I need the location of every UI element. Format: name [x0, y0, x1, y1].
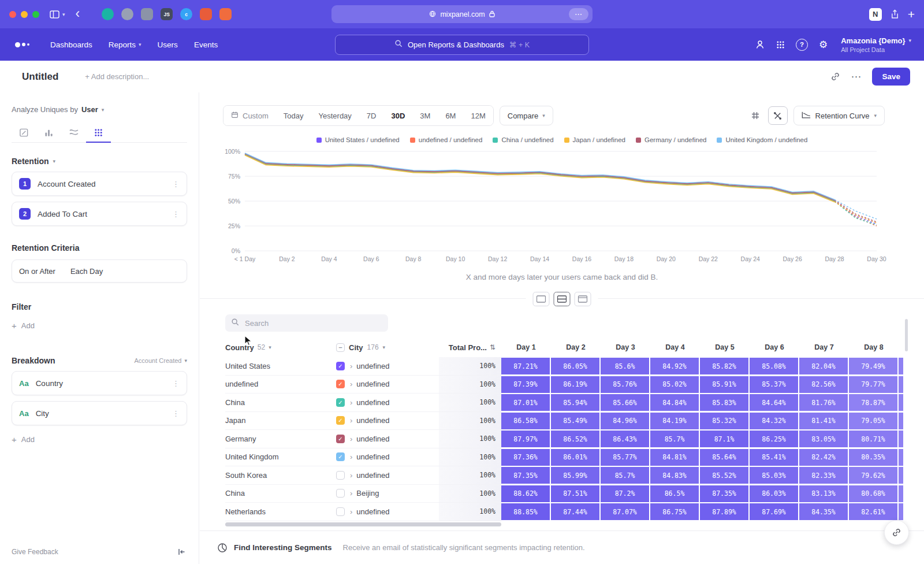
retention-value-cell[interactable]: 82.42%	[799, 449, 848, 466]
breakdown-context-selector[interactable]: Account Created ▾	[135, 357, 187, 364]
retention-value-cell[interactable]: 87.39%	[501, 376, 550, 393]
criteria-condition[interactable]: On or After	[19, 267, 55, 276]
report-title[interactable]: Untitled	[22, 71, 58, 83]
date-range-today[interactable]: Today	[276, 106, 311, 125]
cell-country[interactable]: United States	[225, 362, 336, 370]
retention-value-cell[interactable]: 80.68%	[849, 485, 897, 502]
legend-item[interactable]: Germany / undefined	[636, 136, 706, 143]
cell-country[interactable]: undefined	[225, 380, 336, 388]
column-header-day[interactable]: Day 1	[501, 343, 551, 351]
retention-step-card[interactable]: 1Account Created⋮	[12, 172, 187, 196]
close-window-button[interactable]	[9, 11, 16, 18]
table-search-input[interactable]	[244, 318, 382, 328]
retention-value-cell[interactable]: 84.64%	[750, 394, 798, 411]
retention-value-cell[interactable]: 85.52%	[700, 467, 748, 484]
share-link-fab[interactable]	[884, 520, 909, 545]
column-header-country[interactable]: Country 52 ▾	[225, 343, 336, 352]
chevron-right-icon[interactable]: ›	[350, 452, 352, 461]
retention-value-cell[interactable]: 86.05%	[551, 358, 599, 374]
view-split-button[interactable]	[554, 292, 571, 306]
add-description-link[interactable]: + Add description...	[85, 72, 149, 81]
segments-title[interactable]: Find Interesting Segments	[234, 543, 332, 552]
row-checkbox[interactable]: ✓	[336, 452, 345, 461]
retention-value-cell[interactable]: 85.77%	[601, 449, 649, 466]
retention-value-cell[interactable]: 87.97%	[501, 431, 550, 447]
retention-value-cell[interactable]: 87.01%	[501, 394, 550, 411]
retention-value-cell[interactable]: 84.96%	[601, 413, 649, 429]
minimize-window-button[interactable]	[21, 11, 28, 18]
extension-orange-icon[interactable]	[200, 8, 212, 20]
chevron-down-icon[interactable]: ▾	[62, 12, 65, 17]
retention-value-cell[interactable]: 87.51%	[551, 485, 599, 502]
retention-value-cell[interactable]: 85.03%	[750, 467, 798, 484]
add-breakdown-button[interactable]: + Add	[12, 435, 187, 444]
cell-city[interactable]: ›undefined	[336, 471, 439, 480]
retention-value-cell[interactable]: 85.66%	[601, 394, 649, 411]
retention-value-cell[interactable]: 83.05%	[799, 431, 848, 447]
row-checkbox[interactable]: ✓	[336, 380, 345, 388]
column-header-day[interactable]: Day 3	[601, 343, 650, 351]
cell-city[interactable]: ✓›undefined	[336, 380, 439, 388]
sidebar-toggle-icon[interactable]	[50, 10, 59, 18]
gear-icon[interactable]: ⚙	[819, 39, 828, 51]
tab-flows[interactable]	[61, 123, 86, 142]
legend-item[interactable]: United States / undefined	[316, 136, 400, 143]
date-range-3m[interactable]: 3M	[412, 106, 438, 125]
cell-city[interactable]: ›undefined	[336, 507, 439, 516]
horizontal-scrollbar[interactable]	[225, 522, 501, 526]
retention-section-header[interactable]: Retention ▾	[12, 157, 187, 166]
chevron-right-icon[interactable]: ›	[350, 435, 352, 443]
cell-city[interactable]: ✓›undefined	[336, 435, 439, 443]
give-feedback-link[interactable]: Give Feedback	[12, 548, 58, 556]
kebab-menu-icon[interactable]: ⋮	[172, 409, 180, 418]
notion-extension-icon[interactable]: N	[869, 8, 882, 21]
chevron-right-icon[interactable]: ›	[350, 398, 352, 407]
legend-item[interactable]: China / undefined	[493, 136, 553, 143]
row-checkbox[interactable]: ✓	[336, 435, 345, 443]
retention-value-cell[interactable]: 84.32%	[750, 413, 798, 429]
nav-item-events[interactable]: Events	[186, 40, 226, 49]
column-header-day[interactable]: Day 6	[750, 343, 799, 351]
breakdown-card[interactable]: AaCity⋮	[12, 401, 187, 425]
retention-value-cell[interactable]: 86.75%	[650, 503, 699, 520]
cell-country[interactable]: China	[225, 489, 336, 498]
retention-value-cell[interactable]: 87.21%	[501, 358, 550, 374]
retention-value-cell[interactable]: 84.92%	[650, 358, 699, 374]
retention-value-cell[interactable]: 84.19%	[650, 413, 699, 429]
column-header-city[interactable]: – City 176 ▾	[336, 343, 439, 352]
retention-value-cell[interactable]: 87.69%	[750, 503, 798, 520]
retention-value-cell[interactable]: 85.41%	[750, 449, 798, 466]
legend-item[interactable]: Japan / undefined	[564, 136, 625, 143]
annotations-grid-icon[interactable]	[748, 109, 762, 123]
retention-value-cell[interactable]: 88.62%	[501, 485, 550, 502]
tab-retention[interactable]	[86, 123, 111, 143]
retention-value-cell[interactable]: 85.94%	[551, 394, 599, 411]
retention-value-cell[interactable]: 82.56%	[799, 376, 848, 393]
edit-tools-icon[interactable]	[768, 106, 788, 125]
chevron-right-icon[interactable]: ›	[350, 489, 352, 498]
date-range-6m[interactable]: 6M	[438, 106, 463, 125]
column-header-day[interactable]: Day 8	[849, 343, 899, 351]
chart-type-button[interactable]: Retention Curve ▾	[793, 106, 885, 125]
retention-value-cell[interactable]: 85.49%	[551, 413, 599, 429]
retention-value-cell[interactable]: 85.6%	[601, 358, 649, 374]
date-range-yesterday[interactable]: Yesterday	[311, 106, 359, 125]
retention-value-cell[interactable]: 84.83%	[650, 467, 699, 484]
view-table-only-button[interactable]	[575, 292, 591, 306]
date-range-12m[interactable]: 12M	[463, 106, 493, 125]
view-chart-only-button[interactable]	[533, 292, 550, 306]
tab-insights[interactable]	[12, 123, 36, 142]
back-button[interactable]: ‹	[76, 7, 80, 20]
retention-value-cell[interactable]: 84.84%	[650, 394, 699, 411]
global-search[interactable]: Open Reports & Dashboards ⌘ + K	[335, 35, 589, 55]
cell-city[interactable]: ✓›undefined	[336, 416, 439, 425]
retention-value-cell[interactable]: 85.99%	[551, 467, 599, 484]
retention-value-cell[interactable]: 84.81%	[650, 449, 699, 466]
retention-value-cell[interactable]: 85.37%	[750, 376, 798, 393]
analyze-entity-selector[interactable]: User	[81, 105, 98, 114]
chevron-right-icon[interactable]: ›	[350, 507, 352, 516]
new-tab-button[interactable]: +	[908, 8, 915, 20]
extension-js-icon[interactable]: JS	[161, 8, 173, 20]
date-range-custom[interactable]: Custom	[223, 106, 276, 125]
legend-item[interactable]: undefined / undefined	[410, 136, 483, 143]
